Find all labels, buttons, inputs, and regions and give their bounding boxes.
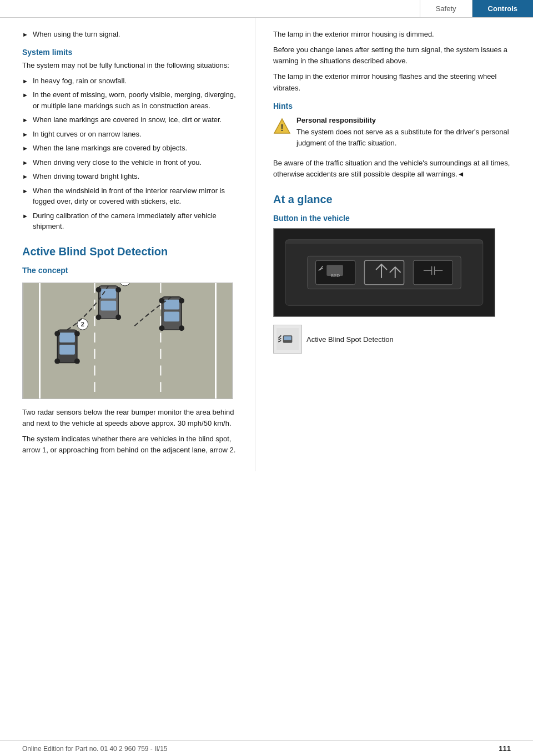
svg-rect-8 bbox=[59, 345, 75, 355]
svg-rect-7 bbox=[59, 332, 75, 342]
hint-text1: The system does not serve as a substitut… bbox=[296, 127, 517, 149]
hints-heading: Hints bbox=[273, 102, 517, 110]
bullet-arrow-icon: ► bbox=[22, 30, 28, 40]
bullet-text: During calibration of the camera immedia… bbox=[33, 210, 239, 232]
right-para3: The lamp in the exterior mirror housing … bbox=[273, 71, 517, 93]
bullet-text: When the lane markings are covered by ob… bbox=[33, 143, 187, 154]
bullet-arrow-icon: ► bbox=[22, 158, 28, 168]
bullet-arrow-icon: ► bbox=[22, 90, 28, 111]
svg-rect-44 bbox=[285, 240, 483, 244]
intro-bullet-text: When using the turn signal. bbox=[33, 29, 120, 40]
bullet-arrow-icon: ► bbox=[22, 211, 28, 232]
bullet-arrow-icon: ► bbox=[22, 172, 28, 182]
bullet-arrow-icon: ► bbox=[22, 187, 28, 207]
svg-text:!: ! bbox=[280, 123, 283, 133]
svg-text:1: 1 bbox=[123, 283, 127, 284]
svg-rect-17 bbox=[164, 311, 179, 321]
svg-point-25 bbox=[96, 287, 102, 293]
bullet-text: When driving very close to the vehicle i… bbox=[33, 157, 202, 168]
main-content: ► When using the turn signal. System lim… bbox=[0, 18, 533, 471]
right-para2: Before you change lanes after setting th… bbox=[273, 44, 517, 67]
concept-diagram: 2 bbox=[22, 283, 233, 399]
list-item: ► In tight curves or on narrow lanes. bbox=[22, 129, 239, 140]
svg-point-10 bbox=[74, 331, 80, 336]
bullet-arrow-icon: ► bbox=[22, 130, 28, 140]
system-limits-intro: The system may not be fully functional i… bbox=[22, 60, 239, 71]
bullet-text: In the event of missing, worn, poorly vi… bbox=[33, 89, 239, 111]
bullet-text: In heavy fog, rain or snowfall. bbox=[33, 75, 127, 87]
page-number: 111 bbox=[499, 744, 511, 753]
tab-controls[interactable]: Controls bbox=[472, 0, 533, 17]
active-blind-spot-icon-box bbox=[273, 325, 302, 354]
svg-rect-47 bbox=[284, 336, 291, 340]
svg-point-26 bbox=[115, 287, 121, 293]
svg-point-12 bbox=[74, 358, 80, 364]
at-glance-heading: At a glance bbox=[273, 193, 517, 206]
svg-text:BSD: BSD bbox=[331, 273, 340, 278]
svg-rect-1 bbox=[23, 283, 232, 399]
svg-point-9 bbox=[54, 331, 60, 336]
list-item: ► During calibration of the camera immed… bbox=[22, 210, 239, 232]
list-item: ► When lane markings are covered in snow… bbox=[22, 114, 239, 125]
svg-point-20 bbox=[159, 325, 164, 331]
button-in-vehicle-heading: Button in the vehicle bbox=[273, 214, 517, 223]
right-column: The lamp in the exterior mirror housing … bbox=[255, 18, 533, 471]
body-text-2: The system indicates whether there are v… bbox=[22, 434, 239, 456]
hint-content: Personal responsibility The system does … bbox=[296, 116, 517, 153]
list-item: ► In the event of missing, worn, poorly … bbox=[22, 89, 239, 111]
svg-text:2: 2 bbox=[81, 321, 84, 327]
body-text-1: Two radar sensors below the rear bumper … bbox=[22, 407, 239, 429]
bullet-arrow-icon: ► bbox=[22, 144, 28, 154]
footer-text: Online Edition for Part no. 01 40 2 960 … bbox=[22, 745, 168, 753]
page-footer: Online Edition for Part no. 01 40 2 960 … bbox=[0, 740, 533, 756]
vehicle-panel-image: BSD ⊣⊢ bbox=[273, 228, 495, 317]
bullet-text: In tight curves or on narrow lanes. bbox=[33, 129, 142, 140]
list-item: ► When driving toward bright lights. bbox=[22, 171, 239, 182]
left-column: ► When using the turn signal. System lim… bbox=[0, 18, 255, 471]
svg-rect-24 bbox=[100, 300, 116, 310]
bullet-arrow-icon: ► bbox=[22, 77, 28, 87]
tab-safety[interactable]: Safety bbox=[420, 0, 472, 17]
svg-point-27 bbox=[96, 314, 102, 320]
active-blind-spot-heading: Active Blind Spot Detection bbox=[22, 245, 239, 258]
hint-title: Personal responsibility bbox=[296, 116, 517, 124]
svg-rect-16 bbox=[164, 299, 179, 309]
bullet-text: When driving toward bright lights. bbox=[33, 171, 139, 182]
page-header: Safety Controls bbox=[0, 0, 533, 18]
concept-heading: The concept bbox=[22, 266, 239, 275]
svg-point-21 bbox=[179, 325, 184, 331]
hint-text2: Be aware of the traffic situation and th… bbox=[273, 158, 517, 180]
list-item: ► In heavy fog, rain or snowfall. bbox=[22, 75, 239, 87]
svg-text:⊣⊢: ⊣⊢ bbox=[423, 264, 444, 278]
icon-label-row: Active Blind Spot Detection bbox=[273, 325, 517, 354]
svg-point-19 bbox=[179, 298, 184, 303]
bullet-arrow-icon: ► bbox=[22, 115, 28, 125]
intro-bullet: ► When using the turn signal. bbox=[22, 29, 239, 40]
header-tabs: Safety Controls bbox=[420, 0, 533, 17]
icon-label-text: Active Blind Spot Detection bbox=[306, 334, 394, 345]
blind-spot-diagram-svg: 2 bbox=[23, 283, 233, 399]
list-item: ► When driving very close to the vehicle… bbox=[22, 157, 239, 168]
system-limits-heading: System limits bbox=[22, 48, 239, 57]
svg-rect-41 bbox=[364, 261, 404, 285]
svg-point-28 bbox=[115, 314, 121, 320]
vehicle-panel-svg: BSD ⊣⊢ bbox=[274, 229, 495, 316]
warning-triangle-icon: ! bbox=[273, 117, 291, 135]
list-item: ► When the lane markings are covered by … bbox=[22, 143, 239, 154]
right-para1: The lamp in the exterior mirror housing … bbox=[273, 29, 517, 40]
bullet-text: When the windshield in front of the inte… bbox=[33, 185, 239, 207]
bullet-text: When lane markings are covered in snow, … bbox=[33, 114, 222, 125]
active-blind-spot-icon bbox=[276, 328, 299, 350]
hint-box: ! Personal responsibility The system doe… bbox=[273, 116, 517, 153]
svg-point-11 bbox=[54, 358, 60, 364]
list-item: ► When the windshield in front of the in… bbox=[22, 185, 239, 207]
